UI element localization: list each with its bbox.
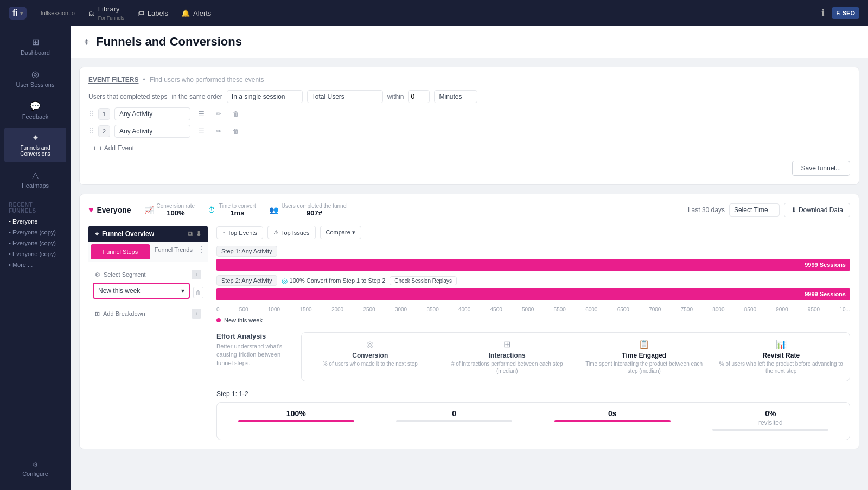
- step-num-1: 1: [98, 108, 110, 120]
- overview-download-icon[interactable]: ⬇: [196, 230, 201, 238]
- step-results-title: Step 1: 1-2: [216, 390, 850, 398]
- revisit-rate-metric-icon: 📊: [719, 339, 844, 349]
- users-icon: 👥: [269, 206, 278, 214]
- step-metric-time-engaged: 0s: [540, 409, 685, 433]
- effort-layout: Effort Analysis Better understand what's…: [216, 332, 850, 381]
- segment-clear-button[interactable]: 🗑: [193, 287, 203, 298]
- drag-handle-1[interactable]: ⠿: [88, 110, 94, 118]
- check-session-replays-button[interactable]: Check Session Replays: [390, 276, 457, 285]
- nav-alerts[interactable]: 🔔 Alerts: [181, 9, 211, 17]
- recent-funnel-copy-2[interactable]: • Everyone (copy): [0, 238, 71, 249]
- results-controls: Last 30 days Select Time ⬇ Download Data: [688, 203, 850, 217]
- sidebar-item-dashboard[interactable]: ⊞ Dashboard: [4, 31, 66, 61]
- user-sessions-icon: ◎: [31, 69, 39, 79]
- library-icon: 🗂: [88, 9, 95, 17]
- filter-list-icon-2[interactable]: ☰: [195, 125, 208, 138]
- recent-funnels-title: Recent Funnels: [0, 195, 71, 216]
- user-avatar[interactable]: F. SEO: [832, 7, 859, 19]
- info-button[interactable]: ℹ: [821, 7, 825, 19]
- effort-metrics-row: ◎ Conversion % of users who made it to t…: [308, 339, 843, 374]
- filter-header: EVENT FILTERS • Find users who performed…: [88, 76, 850, 84]
- event-filters-label: EVENT FILTERS: [88, 76, 138, 84]
- nav-labels[interactable]: 🏷 Labels: [137, 9, 168, 17]
- chart-actions: ↑ Top Events ⚠ Top Issues Compare ▾: [216, 226, 850, 239]
- breakdown-add-button[interactable]: +: [192, 309, 201, 319]
- bar-step-2-container: 9999 Sessions: [216, 288, 850, 300]
- funnel-right-panel: ↑ Top Events ⚠ Top Issues Compare ▾: [216, 226, 850, 440]
- effort-metric-time-engaged: 📋 Time Engaged Time spent interacting th…: [582, 339, 706, 374]
- labels-icon: 🏷: [137, 9, 144, 17]
- recent-funnel-more[interactable]: • More ...: [0, 259, 71, 270]
- recent-funnel-everyone[interactable]: • Everyone: [0, 216, 71, 227]
- segment-chevron-icon: ▾: [181, 287, 184, 295]
- metric-users-completed: 👥 Users completed the funnel 907#: [269, 203, 348, 217]
- segment-dropdown[interactable]: New this week ▾: [93, 283, 190, 299]
- page-header-icon: ⌖: [84, 36, 90, 48]
- trends-more-icon[interactable]: ⋮: [195, 242, 208, 262]
- app-logo[interactable]: fi ▾: [9, 7, 27, 20]
- top-issues-icon: ⚠: [273, 229, 279, 236]
- effort-metric-conversion: ◎ Conversion % of users who made it to t…: [308, 339, 432, 367]
- bar-step-1-container: 9999 Sessions: [216, 259, 850, 271]
- bar-step-1: Step 1: Any Activity 9999 Sessions: [216, 246, 850, 271]
- top-issues-button[interactable]: ⚠ Top Issues: [267, 226, 316, 239]
- sidebar-configure[interactable]: ⚙ Configure: [4, 457, 66, 481]
- funnel-left-panel: ⌖ Funnel Overview ⧉ ⬇ Funnel Steps Funne…: [88, 226, 208, 440]
- step-metric-interactions: 0: [382, 409, 527, 433]
- recent-funnel-copy-3[interactable]: • Everyone (copy): [0, 249, 71, 259]
- filter-row-header: Users that completed steps in the same o…: [88, 90, 850, 103]
- step-bar-revisit: [712, 429, 828, 431]
- main-layout: ⊞ Dashboard ◎ User Sessions 💬 Feedback ⌖…: [0, 26, 868, 490]
- funnel-tabs: Funnel Steps Funnel Trends ⋮: [88, 242, 208, 262]
- interactions-metric-icon: ⊞: [445, 339, 570, 349]
- filter-edit-icon-1[interactable]: ✏: [212, 107, 225, 120]
- funnel-results-header: ♥ Everyone 📈 Conversion rate 100% ⏱ Time…: [88, 203, 850, 217]
- time-select[interactable]: Select Time: [729, 203, 780, 217]
- filter-delete-icon-1[interactable]: 🗑: [229, 107, 242, 120]
- page-header: ⌖ Funnels and Conversions: [71, 26, 868, 58]
- nav-library[interactable]: 🗂 LibraryFor Funnels: [88, 5, 124, 21]
- drag-handle-2[interactable]: ⠿: [88, 127, 94, 136]
- activity-select-1[interactable]: Any Activity: [114, 107, 190, 120]
- page-title: Funnels and Conversions: [96, 35, 242, 49]
- funnels-icon: ⌖: [33, 133, 38, 143]
- sidebar-item-funnels[interactable]: ⌖ Funnels and Conversions: [4, 128, 66, 162]
- users-select[interactable]: Total Users: [307, 90, 383, 103]
- metric-time-to-convert: ⏱ Time to convert 1ms: [208, 203, 256, 217]
- compare-button[interactable]: Compare ▾: [320, 226, 361, 239]
- step-convert-info: ◎ 100% Convert from Step 1 to Step 2: [282, 277, 386, 285]
- time-engaged-metric-icon: 📋: [582, 339, 706, 349]
- within-unit-select[interactable]: Minutes: [434, 90, 477, 103]
- tab-funnel-trends[interactable]: Funnel Trends: [152, 242, 195, 262]
- recent-funnel-copy-1[interactable]: • Everyone (copy): [0, 227, 71, 238]
- filter-description: Find users who performed these events: [150, 76, 264, 84]
- download-button[interactable]: ⬇ Download Data: [784, 203, 850, 217]
- filter-delete-icon-2[interactable]: 🗑: [229, 125, 242, 138]
- within-value-input[interactable]: [408, 90, 430, 103]
- save-funnel-button[interactable]: Save funnel...: [792, 161, 850, 176]
- breakdown-label: ⊞ Add Breakdown +: [93, 306, 203, 322]
- alerts-icon: 🔔: [181, 9, 190, 17]
- step-results-section: Step 1: 1-2 100% 0: [216, 390, 850, 440]
- overview-copy-icon[interactable]: ⧉: [188, 230, 193, 238]
- sidebar-item-feedback[interactable]: 💬 Feedback: [4, 96, 66, 125]
- bar-step-2-fill: 9999 Sessions: [216, 288, 850, 300]
- tab-funnel-steps[interactable]: Funnel Steps: [91, 244, 150, 259]
- top-nav: fi ▾ fullsession.io 🗂 LibraryFor Funnels…: [0, 0, 868, 26]
- filter-list-icon-1[interactable]: ☰: [195, 107, 208, 120]
- dashboard-icon: ⊞: [32, 37, 39, 47]
- order-select[interactable]: In a single session: [227, 90, 303, 103]
- conversion-icon: 📈: [144, 206, 154, 214]
- top-events-button[interactable]: ↑ Top Events: [216, 226, 263, 239]
- filter-edit-icon-2[interactable]: ✏: [212, 125, 225, 138]
- sidebar-item-user-sessions[interactable]: ◎ User Sessions: [4, 63, 66, 93]
- step-bar-time: [554, 420, 671, 422]
- step-metrics-card: 100% 0 0s: [216, 402, 850, 440]
- sidebar-item-heatmaps[interactable]: △ Heatmaps: [4, 164, 66, 194]
- segment-label: ⚙ Select Segment +: [93, 266, 203, 283]
- top-events-icon: ↑: [222, 230, 226, 236]
- segment-add-button[interactable]: +: [192, 270, 201, 279]
- add-event-button[interactable]: + + Add Event: [88, 142, 850, 154]
- conversion-metric-icon: ◎: [308, 339, 432, 349]
- activity-select-2[interactable]: Any Activity: [114, 125, 190, 138]
